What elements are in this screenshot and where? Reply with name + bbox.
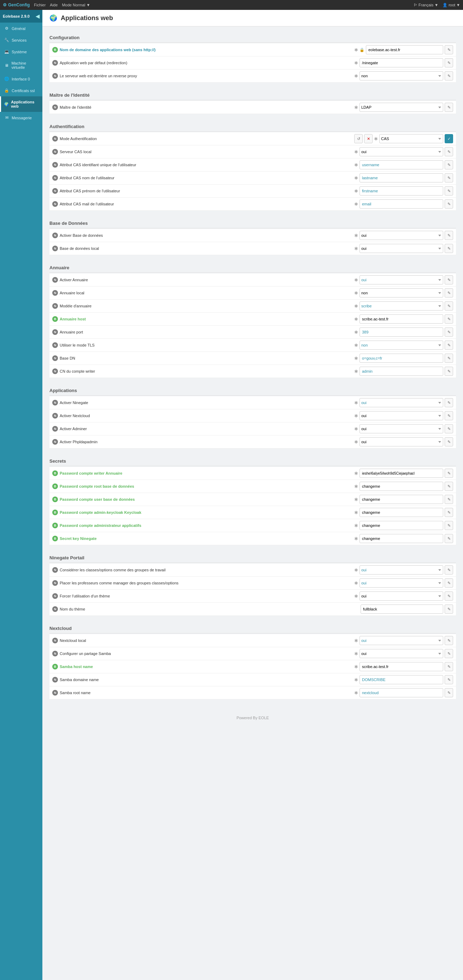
select-activer-ninegate[interactable]: oui non bbox=[359, 398, 443, 407]
input-nom-theme[interactable] bbox=[361, 605, 443, 614]
input-pwd-root-bdd[interactable] bbox=[359, 482, 443, 491]
edit-button-maitre-identite[interactable]: ✎ bbox=[445, 103, 453, 112]
edit-button-samba-root[interactable]: ✎ bbox=[445, 688, 453, 697]
select-reverse-proxy[interactable]: non oui bbox=[359, 71, 443, 80]
menu-mode[interactable]: Mode Normal ▼ bbox=[62, 3, 90, 7]
edit-button-profs-manager[interactable]: ✎ bbox=[445, 578, 453, 587]
input-attribut-cas-id[interactable] bbox=[359, 160, 443, 169]
edit-button-modele-annuaire[interactable]: ✎ bbox=[445, 301, 453, 310]
input-nom-domaine[interactable] bbox=[366, 45, 443, 54]
select-nextcloud-local[interactable]: oui non bbox=[359, 636, 443, 645]
input-annuaire-port[interactable] bbox=[359, 328, 443, 337]
edit-button-attribut-cas-mail[interactable]: ✎ bbox=[445, 199, 453, 208]
edit-button-activer-nextcloud[interactable]: ✎ bbox=[445, 411, 453, 420]
user-icon: 👤 bbox=[442, 3, 447, 7]
input-base-dn[interactable] bbox=[359, 353, 443, 363]
edit-button-classes-groupes[interactable]: ✎ bbox=[445, 565, 453, 574]
edit-button-nom-domaine[interactable]: ✎ bbox=[445, 45, 453, 54]
select-modele-annuaire[interactable]: scribe autre bbox=[359, 301, 443, 310]
edit-button-nextcloud-local[interactable]: ✎ bbox=[445, 636, 453, 645]
input-samba-domaine[interactable] bbox=[359, 675, 443, 684]
edit-button-annuaire-port[interactable]: ✎ bbox=[445, 328, 453, 337]
menu-fichier[interactable]: Fichier bbox=[34, 3, 46, 7]
input-samba-host[interactable] bbox=[359, 662, 443, 671]
input-annuaire-host[interactable] bbox=[359, 315, 443, 324]
sidebar-item-applications-web[interactable]: 🌍 Applications web bbox=[0, 96, 42, 112]
edit-button-mode-tls[interactable]: ✎ bbox=[445, 340, 453, 350]
select-activer-phpldapadmin[interactable]: oui non bbox=[359, 437, 443, 446]
input-app-defaut[interactable] bbox=[359, 58, 443, 67]
select-configurer-samba[interactable]: oui non bbox=[359, 649, 443, 658]
input-secret-key-ninegate[interactable] bbox=[359, 534, 443, 543]
reset-button-mode-auth[interactable]: ↺ bbox=[354, 134, 363, 143]
lang-selector[interactable]: 🏳 Français ▼ bbox=[414, 3, 438, 7]
input-samba-root[interactable] bbox=[359, 688, 443, 697]
edit-button-activer-adminer[interactable]: ✎ bbox=[445, 424, 453, 433]
sidebar-item-systeme[interactable]: 💻 Système bbox=[0, 46, 42, 57]
menu-aide[interactable]: Aide bbox=[50, 3, 57, 7]
edit-button-attribut-cas-nom[interactable]: ✎ bbox=[445, 173, 453, 183]
edit-button-samba-domaine[interactable]: ✎ bbox=[445, 675, 453, 684]
select-activer-bdd[interactable]: oui non bbox=[359, 231, 443, 240]
sidebar-item-messagerie[interactable]: ✉ Messagerie bbox=[0, 112, 42, 124]
select-activer-annuaire[interactable]: oui non bbox=[359, 275, 443, 285]
edit-button-forcer-theme[interactable]: ✎ bbox=[445, 592, 453, 601]
edit-button-cn-compte-writer[interactable]: ✎ bbox=[445, 367, 453, 376]
edit-button-nom-theme[interactable]: ✎ bbox=[445, 605, 453, 614]
edit-button-bdd-local[interactable]: ✎ bbox=[445, 244, 453, 253]
edit-button-attribut-cas-id[interactable]: ✎ bbox=[445, 160, 453, 169]
select-mode-auth[interactable]: CAS LDAP Local bbox=[379, 134, 443, 143]
input-pwd-admin-applicatifs[interactable] bbox=[359, 521, 443, 530]
sidebar-item-interface-d[interactable]: 🌐 Interface 0 bbox=[0, 73, 42, 85]
edit-button-pwd-root-bdd[interactable]: ✎ bbox=[445, 482, 453, 491]
label-classes-groupes: Considérer les classes/options comme des… bbox=[60, 568, 166, 572]
select-classes-groupes[interactable]: oui non bbox=[359, 565, 443, 574]
input-pwd-user-bdd[interactable] bbox=[359, 495, 443, 504]
label-mode-auth: Mode Authentification bbox=[60, 137, 97, 141]
input-attribut-cas-nom[interactable] bbox=[359, 173, 443, 183]
edit-button-pwd-admin-applicatifs[interactable]: ✎ bbox=[445, 521, 453, 530]
select-forcer-theme[interactable]: oui non bbox=[359, 592, 443, 601]
select-bdd-local[interactable]: oui non bbox=[359, 244, 443, 253]
input-pwd-writer-annuaire[interactable] bbox=[359, 469, 443, 478]
edit-button-annuaire-local[interactable]: ✎ bbox=[445, 288, 453, 298]
input-pwd-admin-keycloak[interactable] bbox=[359, 508, 443, 517]
sidebar-item-label: Messagerie bbox=[12, 116, 32, 120]
select-activer-nextcloud[interactable]: oui non bbox=[359, 411, 443, 420]
sidebar-item-general[interactable]: ⚙ Général bbox=[0, 22, 42, 34]
badge-attribut-cas-id: N bbox=[52, 162, 58, 168]
edit-button-pwd-user-bdd[interactable]: ✎ bbox=[445, 495, 453, 504]
edit-button-app-defaut[interactable]: ✎ bbox=[445, 58, 453, 67]
select-serveur-cas[interactable]: oui non bbox=[359, 147, 443, 156]
sidebar-item-certificats[interactable]: 🔒 Certificats ssl bbox=[0, 85, 42, 96]
edit-button-pwd-admin-keycloak[interactable]: ✎ bbox=[445, 508, 453, 517]
select-mode-tls[interactable]: non oui bbox=[359, 340, 443, 350]
sidebar-brand: Eolebase 2.9.0 ◀ bbox=[0, 10, 42, 22]
input-cn-compte-writer[interactable] bbox=[359, 367, 443, 376]
edit-button-annuaire-host[interactable]: ✎ bbox=[445, 315, 453, 324]
edit-button-samba-host[interactable]: ✎ bbox=[445, 662, 453, 671]
edit-button-activer-annuaire[interactable]: ✎ bbox=[445, 275, 453, 285]
edit-button-secret-key-ninegate[interactable]: ✎ bbox=[445, 534, 453, 543]
confirm-button-mode-auth[interactable]: ✓ bbox=[445, 134, 453, 143]
input-attribut-cas-prenom[interactable] bbox=[359, 186, 443, 196]
sidebar-collapse-button[interactable]: ◀ bbox=[36, 13, 40, 19]
edit-button-activer-ninegate[interactable]: ✎ bbox=[445, 398, 453, 407]
select-activer-adminer[interactable]: oui non bbox=[359, 424, 443, 433]
select-profs-manager[interactable]: oui non bbox=[359, 578, 443, 587]
edit-button-pwd-writer-annuaire[interactable]: ✎ bbox=[445, 469, 453, 478]
user-menu[interactable]: 👤 root ▼ bbox=[442, 3, 460, 7]
edit-button-configurer-samba[interactable]: ✎ bbox=[445, 649, 453, 658]
sidebar-item-services[interactable]: 🔧 Services bbox=[0, 34, 42, 46]
select-maitre-identite[interactable]: LDAP CAS bbox=[359, 103, 443, 112]
edit-button-attribut-cas-prenom[interactable]: ✎ bbox=[445, 186, 453, 196]
edit-button-serveur-cas[interactable]: ✎ bbox=[445, 147, 453, 156]
edit-button-reverse-proxy[interactable]: ✎ bbox=[445, 71, 453, 80]
edit-button-base-dn[interactable]: ✎ bbox=[445, 353, 453, 363]
edit-button-activer-bdd[interactable]: ✎ bbox=[445, 231, 453, 240]
clear-button-mode-auth[interactable]: ✕ bbox=[364, 134, 373, 143]
select-annuaire-local[interactable]: non oui bbox=[359, 288, 443, 298]
sidebar-item-machine-virtuelle[interactable]: 🖥 Machine virtuelle bbox=[0, 57, 42, 73]
edit-button-activer-phpldapadmin[interactable]: ✎ bbox=[445, 437, 453, 446]
input-attribut-cas-mail[interactable] bbox=[359, 199, 443, 208]
